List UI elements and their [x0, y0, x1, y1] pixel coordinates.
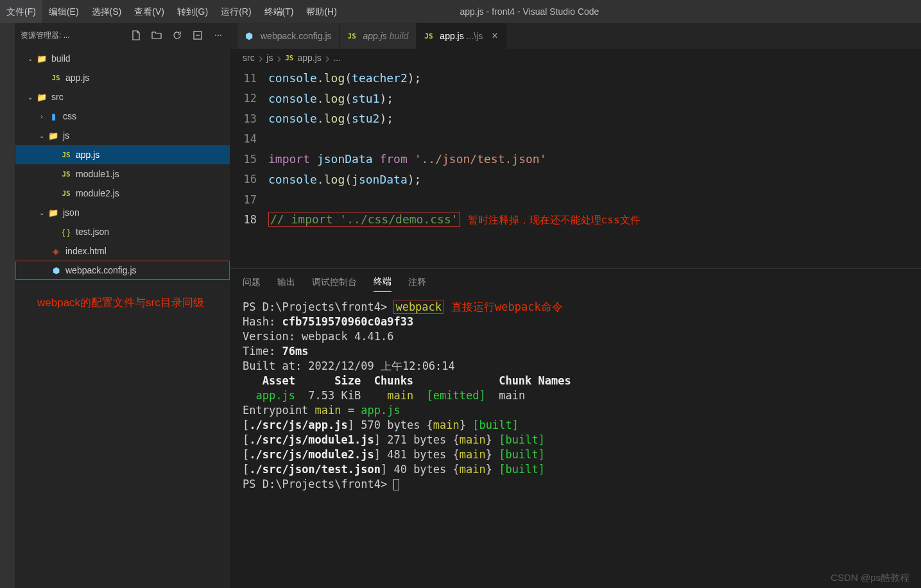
menu-help[interactable]: 帮助(H)	[300, 0, 343, 23]
code-editor[interactable]: 11console.log(teacher2);12console.log(st…	[230, 67, 921, 230]
menu-run[interactable]: 运行(R)	[214, 0, 257, 23]
watermark: CSDN @ps酷教程	[831, 572, 909, 584]
panel-tabs: 问题 输出 调试控制台 终端 注释	[230, 269, 921, 292]
menu-terminal[interactable]: 终端(T)	[258, 0, 300, 23]
explorer-title: 资源管理器: ...	[21, 30, 130, 41]
tab-app-js[interactable]: JSapp.js ...\js×	[417, 23, 506, 49]
tab-app-build[interactable]: JSapp.js build	[340, 23, 417, 49]
new-file-icon[interactable]	[130, 29, 142, 42]
file-module1[interactable]: JSmodule1.js	[15, 164, 230, 184]
code-line-11[interactable]: 11console.log(teacher2);	[230, 68, 921, 89]
menu-edit[interactable]: 编辑(E)	[42, 0, 85, 23]
tab-webpack-config[interactable]: ⬢webpack.config.js	[237, 23, 340, 49]
activity-bar	[0, 23, 15, 588]
file-module2[interactable]: JSmodule2.js	[15, 184, 230, 203]
code-line-17[interactable]: 17	[230, 189, 921, 210]
menu-bar: 文件(F) 编辑(E) 选择(S) 查看(V) 转到(G) 运行(R) 终端(T…	[0, 0, 921, 23]
file-webpack-config[interactable]: ⬢webpack.config.js	[15, 261, 230, 280]
new-folder-icon[interactable]	[150, 29, 163, 42]
panel-tab-terminal[interactable]: 终端	[374, 272, 392, 292]
panel-tab-output[interactable]: 输出	[277, 273, 295, 292]
code-line-16[interactable]: 16console.log(jsonData);	[230, 169, 921, 190]
code-line-14[interactable]: 14	[230, 129, 921, 150]
breadcrumb[interactable]: src› js› JSapp.js› ...	[230, 49, 921, 67]
close-icon[interactable]: ×	[492, 30, 497, 42]
panel-tab-debug[interactable]: 调试控制台	[312, 273, 357, 292]
editor-tabs: ⬢webpack.config.js JSapp.js build JSapp.…	[230, 23, 921, 49]
folder-build[interactable]: ⌄📁build	[15, 49, 230, 68]
file-app-js[interactable]: JSapp.js	[15, 145, 230, 164]
folder-js[interactable]: ⌄📁js	[15, 126, 230, 145]
panel-tab-problems[interactable]: 问题	[243, 273, 261, 292]
menu-select[interactable]: 选择(S)	[85, 0, 128, 23]
annotation-code-text: 暂时注释掉，现在还不能处理css文件	[468, 214, 641, 226]
menu-view[interactable]: 查看(V)	[128, 0, 171, 23]
more-icon[interactable]: ⋯	[212, 29, 225, 42]
code-line-13[interactable]: 13console.log(stu2);	[230, 108, 921, 129]
file-index-html[interactable]: ◈index.html	[15, 241, 230, 261]
annotation-sidebar: webpack的配置文件与src目录同级	[37, 295, 230, 310]
refresh-icon[interactable]	[171, 29, 184, 42]
menu-file[interactable]: 文件(F)	[0, 0, 42, 23]
file-build-app[interactable]: JSapp.js	[15, 68, 230, 87]
code-line-18[interactable]: 18 // import '../css/demo.css'暂时注释掉，现在还不…	[230, 210, 921, 230]
explorer-sidebar: 资源管理器: ... ⋯ ⌄📁build JSapp.js ⌄📁src ›▮cs…	[15, 23, 230, 588]
panel-tab-comments[interactable]: 注释	[408, 273, 426, 292]
annotation-code-box: // import '../css/demo.css'	[268, 212, 460, 227]
folder-css[interactable]: ›▮css	[15, 107, 230, 126]
window-title: app.js - front4 - Visual Studio Code	[343, 6, 716, 17]
folder-src[interactable]: ⌄📁src	[15, 87, 230, 107]
terminal[interactable]: PS D:\Projects\front4> webpack直接运行webpac…	[230, 292, 921, 492]
folder-json[interactable]: ⌄📁json	[15, 203, 230, 222]
file-test-json[interactable]: { }test.json	[15, 222, 230, 241]
menu-goto[interactable]: 转到(G)	[171, 0, 214, 23]
code-line-15[interactable]: 15import jsonData from '../json/test.jso…	[230, 149, 921, 169]
code-line-12[interactable]: 12console.log(stu1);	[230, 89, 921, 109]
collapse-icon[interactable]	[191, 29, 204, 42]
